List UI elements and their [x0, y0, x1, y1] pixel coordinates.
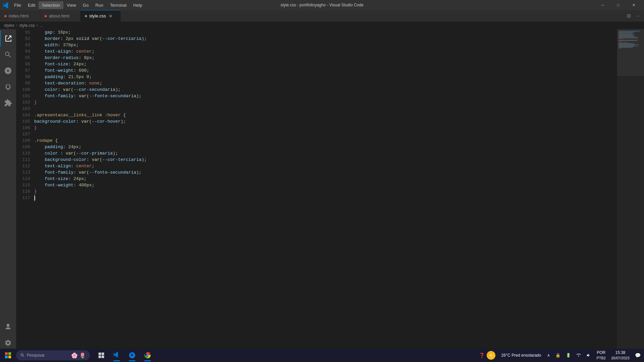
code-line-99: text-decoration: none;: [34, 80, 617, 86]
code-line-100: color: var(--cor-secundaria);: [34, 86, 617, 93]
code-line-114: font-size: 24px;: [34, 176, 617, 182]
breadcrumb-stylecss[interactable]: style.css: [19, 23, 35, 28]
code-line-95: border-radius: 8px;: [34, 55, 617, 61]
start-button[interactable]: [1, 349, 15, 362]
code-line-112: text-align: center;: [34, 163, 617, 169]
menu-go[interactable]: Go: [79, 1, 92, 9]
taskbar-chrome[interactable]: [140, 349, 155, 362]
vscode-logo: [3, 2, 9, 8]
tab-label3: style.css: [89, 13, 106, 18]
code-line-94: text-align: center;: [34, 48, 617, 55]
notification-center-icon: 💬: [635, 353, 641, 358]
menu-run[interactable]: Run: [92, 1, 107, 9]
chevron-icon: ∧: [547, 353, 550, 358]
css-file-icon: ◆: [85, 14, 87, 18]
tab-index-html[interactable]: ◆ index.html: [0, 10, 40, 21]
svg-rect-6: [99, 356, 101, 358]
code-line-110: color : var(--cor-primaria);: [34, 150, 617, 157]
breadcrumb-styles[interactable]: styles: [4, 23, 14, 28]
code-line-92: border: 2px solid var(--cor-terciaria);: [34, 36, 617, 42]
line-numbers: 91 92 93 94 95 96 97 98 99 100 101 102 1…: [16, 29, 33, 354]
weather-widget[interactable]: 26°C Pred ensolarado: [499, 349, 544, 362]
tab-label: index.html: [9, 13, 29, 18]
notification-center[interactable]: 💬: [633, 349, 643, 362]
code-line-91: gap: 16px;: [34, 29, 617, 36]
tray-chevron[interactable]: ∧: [545, 349, 552, 362]
tray-icons[interactable]: ❓ ☀: [477, 349, 497, 362]
svg-rect-5: [102, 353, 104, 355]
menu-edit[interactable]: Edit: [24, 1, 39, 9]
activity-bar: [0, 29, 16, 354]
clock-date: 26/07/2023: [611, 356, 630, 360]
taskbar-edge[interactable]: [125, 349, 140, 362]
taskbar-task-view[interactable]: [94, 349, 109, 362]
code-line-109: padding: 24px;: [34, 144, 617, 150]
minimap[interactable]: [617, 29, 644, 354]
weather-temp-label: 26°C: [501, 353, 511, 358]
code-line-111: background-color: var(--cor-terciaria);: [34, 157, 617, 163]
svg-rect-7: [102, 356, 104, 358]
menu-help[interactable]: Help: [130, 1, 146, 9]
breadcrumb: styles > style.css > ...: [0, 22, 644, 29]
tray-volume[interactable]: [584, 349, 593, 362]
tab-bar: ◆ index.html ◆ about.html ◆ style.css ✕ …: [0, 10, 644, 22]
activity-bar-bottom: [0, 319, 16, 352]
activity-source-control[interactable]: [0, 63, 16, 79]
breadcrumb-current[interactable]: ...: [40, 23, 43, 28]
code-line-96: font-size: 24px;: [34, 61, 617, 67]
window-controls: ─ □ ✕: [595, 0, 641, 10]
search-placeholder: Pesquisar: [27, 353, 45, 358]
tray-network[interactable]: 🔒: [553, 349, 562, 362]
activity-extensions[interactable]: [0, 95, 16, 111]
activity-account[interactable]: [0, 319, 16, 335]
battery-icon: 🔋: [566, 353, 571, 358]
menu-selection[interactable]: Selection: [39, 1, 63, 9]
split-editor-button[interactable]: ⊟: [625, 12, 633, 19]
tray-network2[interactable]: [574, 349, 583, 362]
html-file-icon: ◆: [4, 14, 7, 18]
maximize-button[interactable]: □: [610, 0, 626, 10]
code-line-108: .rodape {: [34, 137, 617, 144]
breadcrumb-sep2: >: [36, 23, 39, 28]
svg-rect-1: [8, 352, 11, 355]
window-title: style.css - portifolioyagho - Visual Stu…: [280, 3, 363, 7]
minimize-button[interactable]: ─: [595, 0, 610, 10]
svg-rect-3: [8, 356, 11, 358]
tab-close-button[interactable]: ✕: [108, 13, 113, 19]
activity-search[interactable]: [0, 47, 16, 63]
title-bar: File Edit Selection View Go Run Terminal…: [0, 0, 644, 10]
language-selector[interactable]: POR PTB2: [594, 349, 608, 362]
menu-bar: File Edit Selection View Go Run Terminal…: [11, 1, 146, 9]
editor-area[interactable]: 91 92 93 94 95 96 97 98 99 100 101 102 1…: [16, 29, 644, 354]
menu-file[interactable]: File: [11, 1, 24, 9]
taskbar-vscode[interactable]: [109, 349, 124, 362]
code-line-106: }: [34, 125, 617, 131]
clock-time: 15:38: [611, 350, 630, 356]
taskbar-search-bar[interactable]: Pesquisar 🌸 🌷: [16, 350, 90, 360]
tab-about-html[interactable]: ◆ about.html: [40, 10, 80, 21]
svg-rect-2: [5, 356, 8, 358]
clock[interactable]: 15:38 26/07/2023: [609, 349, 632, 362]
code-line-105: background-color: var(--cor-hover);: [34, 118, 617, 125]
activity-debug[interactable]: [0, 79, 16, 95]
more-actions-button[interactable]: ···: [634, 12, 641, 19]
language-code: POR: [596, 350, 606, 356]
activity-explorer[interactable]: [0, 31, 16, 47]
tray-question: ❓: [479, 353, 485, 358]
code-line-98: padding: 21.5px 0;: [34, 74, 617, 80]
code-line-93: width: 378px;: [34, 42, 617, 48]
taskbar-apps: [94, 349, 155, 362]
language-region: PTB2: [596, 356, 606, 360]
close-button[interactable]: ✕: [626, 0, 641, 10]
tray-battery[interactable]: 🔋: [564, 349, 573, 362]
taskbar: Pesquisar 🌸 🌷: [0, 349, 644, 362]
menu-view[interactable]: View: [63, 1, 79, 9]
code-line-102: }: [34, 99, 617, 106]
tab-label2: about.html: [49, 13, 69, 18]
menu-terminal[interactable]: Terminal: [107, 1, 130, 9]
svg-rect-0: [5, 352, 8, 355]
code-line-113: font-family: var(--fonte-secundaria);: [34, 169, 617, 176]
code-line-104: .apresentacao__links__link :hover {: [34, 112, 617, 118]
code-editor[interactable]: gap: 16px; border: 2px solid var(--cor-t…: [33, 29, 617, 354]
tab-style-css[interactable]: ◆ style.css ✕: [80, 10, 121, 21]
